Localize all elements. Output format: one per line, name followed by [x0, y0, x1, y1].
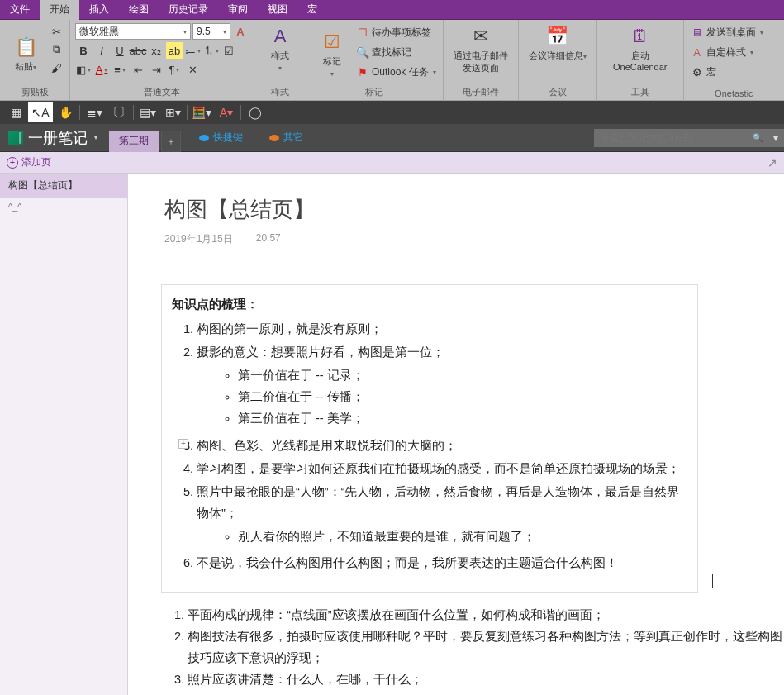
format-painter-button[interactable]: 🖌 [48, 60, 64, 76]
list-item[interactable]: 不是说，我会什么构图用什么构图；而是，我所要表达的主题适合什么构图！ [197, 552, 687, 574]
page-list-item[interactable]: 构图【总结页】 [0, 174, 127, 198]
qt-cursor-button[interactable]: ↖A [28, 102, 53, 122]
macro-icon: ⚙ [691, 65, 704, 79]
checklist-button[interactable]: ☑ [221, 42, 237, 59]
search-input[interactable] [599, 132, 753, 144]
email-page-button[interactable]: ✉ 通过电子邮件发送页面 [449, 23, 513, 76]
add-section-button[interactable]: ＋ [161, 131, 181, 152]
clear-format-button[interactable]: A [232, 23, 249, 40]
font-size-select[interactable]: 9.5▾ [192, 23, 230, 40]
cut-button[interactable]: ✂ [48, 23, 64, 40]
qt-insert-button[interactable]: ⊞▾ [160, 102, 185, 122]
list-item[interactable]: 第三价值在于 -- 美学； [238, 407, 687, 429]
qt-calc-button[interactable]: 🧮▾ [189, 102, 214, 122]
list-item[interactable]: 简洁的画面可以升华主题，突出主体； [188, 691, 784, 696]
ribbon-group-styles: A 样式▾ 样式 [254, 20, 306, 100]
qt-font-color-button[interactable]: A▾ [214, 102, 239, 122]
todo-tag-button[interactable]: ☐待办事项标签 [354, 23, 438, 41]
list-item[interactable]: 第二价值在于 -- 传播； [238, 386, 687, 407]
meeting-details-button[interactable]: 📅 会议详细信息▾ [524, 23, 592, 64]
tab-section-active[interactable]: 第三期 [109, 131, 159, 152]
note-heading[interactable]: 知识点的梳理： [172, 293, 687, 315]
font-family-select[interactable]: 微软雅黑▾ [75, 23, 191, 40]
onecalendar-icon: 🗓 [629, 25, 652, 48]
list-item[interactable]: 照片应该讲清楚：什么人，在哪，干什么； [188, 669, 784, 690]
onecalendar-button[interactable]: 🗓 启动 OneCalendar [602, 23, 678, 74]
subscript-button[interactable]: x₂ [148, 42, 164, 59]
align-button[interactable]: ≡▾ [112, 61, 128, 78]
bold-button[interactable]: B [75, 42, 92, 59]
macro-button[interactable]: ⚙宏 [689, 63, 779, 81]
page-date[interactable]: 2019年1月15日 [164, 232, 233, 246]
list-item[interactable]: +构图、色彩、光线都是用来取悦我们的大脑的； [197, 435, 687, 456]
qt-list-button[interactable]: ≣▾ [82, 102, 107, 122]
expand-handle[interactable]: ↗ [767, 156, 784, 169]
plus-icon: + [7, 157, 18, 169]
bullets-button[interactable]: ≔▾ [184, 42, 201, 59]
tag-icon: ☑ [321, 31, 344, 54]
strike-button[interactable]: abc [130, 42, 146, 59]
search-box[interactable]: 🔍 [594, 129, 767, 147]
styles-group-label: 样式 [259, 84, 301, 98]
indent-button[interactable]: ⇥ [148, 61, 164, 78]
ribbon-group-font: 微软雅黑▾ 9.5▾ A B I U abc x₂ ab ≔▾ ⒈▾ ☑ ◧▾ … [70, 20, 254, 100]
search-scope-button[interactable]: ▾ [767, 129, 784, 147]
list-item[interactable]: 构图的第一原则，就是没有原则； [197, 318, 687, 340]
font-color-button[interactable]: A▾ [93, 61, 110, 78]
list-item[interactable]: 别人看你的照片，不知道最重要的是谁，就有问题了； [238, 526, 687, 547]
note-outline[interactable]: 知识点的梳理： 构图的第一原则，就是没有原则； 摄影的意义：想要照片好看，构图是… [161, 284, 698, 593]
menu-history[interactable]: 历史记录 [159, 0, 218, 20]
send-desktop-button[interactable]: 🖥发送到桌面▾ [689, 23, 779, 41]
list-item[interactable]: 平面构成的规律：“点线面”应该摆放在画面什么位置，如何构成和谐的画面； [188, 604, 784, 626]
ribbon-group-onetastic: 🖥发送到桌面▾ A自定样式▾ ⚙宏 Onetastic [684, 20, 784, 100]
calendar-icon: 📅 [546, 25, 569, 48]
italic-button[interactable]: I [93, 42, 110, 59]
ribbon-group-tags: ☑ 标记▾ ☐待办事项标签 🔍查找标记 ⚑Outlook 任务▾ 标记 [306, 20, 444, 100]
qt-grid-button[interactable]: ▦ [3, 102, 28, 122]
outdent-button[interactable]: ⇤ [130, 61, 146, 78]
list-item[interactable]: 照片中最抢眼的是“人物”：“先人物，后动物，然后食物，再后是人造物体，最后是自然… [197, 481, 687, 547]
styles-button[interactable]: A 样式▾ [259, 23, 301, 74]
custom-style-button[interactable]: A自定样式▾ [689, 43, 779, 61]
list-item[interactable]: 第一价值在于 -- 记录； [238, 364, 687, 386]
paragraph-button[interactable]: ¶▾ [166, 61, 183, 78]
list-item[interactable]: 学习构图，是要学习如何还原我们在拍摄现场的感受，而不是简单还原拍摄现场的场景； [197, 458, 687, 479]
section-link-other[interactable]: 其它 [261, 127, 311, 149]
menu-draw[interactable]: 绘图 [119, 0, 159, 20]
add-page-button[interactable]: + 添加页 [0, 155, 58, 169]
outlook-tasks-button[interactable]: ⚑Outlook 任务▾ [354, 63, 438, 81]
copy-button[interactable]: ⧉ [48, 41, 64, 58]
qt-circle-button[interactable]: ◯ [243, 102, 268, 122]
menu-home[interactable]: 开始 [40, 0, 79, 20]
menu-macro[interactable]: 宏 [297, 0, 327, 20]
ribbon-group-clipboard: 📋 粘贴▾ ✂ ⧉ 🖌 剪贴板 [0, 20, 70, 100]
menu-insert[interactable]: 插入 [79, 0, 119, 20]
qt-bracket-button[interactable]: 〔〕 [107, 102, 131, 122]
menu-review[interactable]: 审阅 [218, 0, 258, 20]
list-item[interactable]: 摄影的意义：想要照片好看，构图是第一位； 第一价值在于 -- 记录； 第二价值在… [197, 341, 687, 429]
menu-view[interactable]: 视图 [258, 0, 297, 20]
page-time[interactable]: 20:57 [256, 232, 281, 246]
qt-table-button[interactable]: ▤▾ [135, 102, 160, 122]
section-tabs: 第三期 ＋ [109, 131, 181, 152]
section-link-shortcuts[interactable]: 快捷键 [191, 127, 251, 149]
search-icon[interactable]: 🔍 [753, 133, 763, 142]
text-cursor [712, 574, 713, 588]
find-tags-button[interactable]: 🔍查找标记 [354, 43, 438, 61]
styles-shortcut[interactable]: ✕ [184, 61, 201, 78]
qt-hand-button[interactable]: ✋ [53, 102, 78, 122]
notebook-selector[interactable]: 一册笔记 ▾ [0, 124, 106, 151]
numbering-button[interactable]: ⒈▾ [202, 42, 219, 59]
page-title[interactable]: 构图【总结页】 [128, 195, 784, 224]
paste-button[interactable]: 📋 粘贴▾ [5, 23, 46, 84]
menu-file[interactable]: 文件 [0, 0, 40, 20]
fill-color-button[interactable]: ◧▾ [75, 61, 92, 78]
highlight-button[interactable]: ab [166, 42, 183, 59]
outline-toggle[interactable]: + [178, 439, 188, 449]
todo-icon: ☐ [356, 26, 369, 39]
tag-button[interactable]: ☑ 标记▾ [311, 23, 353, 84]
note-canvas[interactable]: 构图【总结页】 2019年1月15日 20:57 知识点的梳理： 构图的第一原则… [128, 174, 784, 695]
list-item[interactable]: 构图技法有很多，拍摄时应该使用哪种呢？平时，要反复刻意练习各种构图方法；等到真正… [188, 626, 784, 669]
underline-button[interactable]: U [112, 42, 128, 59]
tools-group-label: 工具 [602, 84, 678, 98]
